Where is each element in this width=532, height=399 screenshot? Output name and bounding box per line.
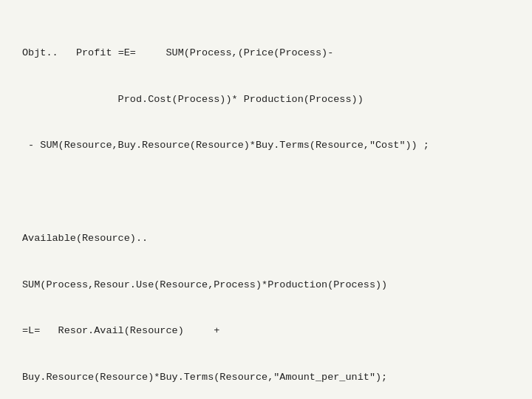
- code-line-1: Objt.. Profit =E= SUM(Process,(Price(Pro…: [22, 46, 510, 61]
- code-block: Objt.. Profit =E= SUM(Process,(Price(Pro…: [22, 15, 510, 399]
- code-line-3: - SUM(Resource,Buy.Resource(Resource)*Bu…: [22, 138, 510, 154]
- code-line-5: Available(Resource)..: [22, 231, 510, 247]
- code-line-8: Buy.Resource(Resource)*Buy.Terms(Resourc…: [22, 370, 510, 386]
- code-line-7: =L= Resor.Avail(Resource) +: [22, 324, 510, 339]
- code-line-2: Prod.Cost(Process))* Production(Process)…: [22, 92, 510, 108]
- profit-label: Profit: [76, 47, 112, 58]
- main-container: Objt.. Profit =E= SUM(Process,(Price(Pro…: [0, 0, 532, 399]
- code-line-6: SUM(Process,Resour.Use(Resource,Process)…: [22, 278, 510, 293]
- code-line-4: [22, 185, 510, 200]
